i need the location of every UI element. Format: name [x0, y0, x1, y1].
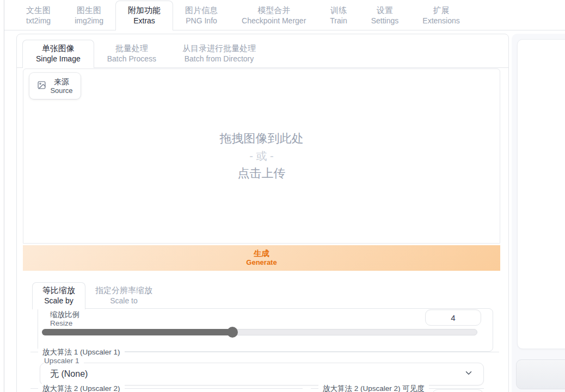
generate-label-en: Generate [246, 258, 277, 267]
scale-tabs: 等比缩放 Scale by 指定分辨率缩放 Scale to [32, 282, 162, 309]
dropzone-line-drag: 拖拽图像到此处 [220, 129, 304, 148]
resize-label-en: Resize [50, 319, 79, 328]
tab-img2img[interactable]: 图生图 img2img [63, 1, 115, 30]
dropzone-hints: 拖拽图像到此处 - 或 - 点击上传 [220, 129, 304, 183]
tab-label-zh: 图片信息 [185, 5, 218, 16]
dropzone-line-click: 点击上传 [220, 164, 304, 183]
subtab-label-en: Batch from Directory [182, 54, 256, 64]
upscaler2-label-zh: 放大算法 2 (Upscaler 2) [38, 384, 125, 392]
tab-label-en: Settings [371, 16, 399, 26]
source-tab[interactable]: 来源 Source [29, 73, 81, 99]
resize-value-input[interactable] [425, 309, 481, 326]
image-upload-dropzone[interactable]: 来源 Source 拖拽图像到此处 - 或 - 点击上传 [23, 69, 500, 244]
scaletab-label-zh: 指定分辨率缩放 [95, 285, 152, 296]
tab-train[interactable]: 训练 Train [318, 1, 359, 30]
image-icon [37, 80, 46, 92]
tab-label-zh: 附加功能 [128, 5, 161, 16]
tab-scale-by[interactable]: 等比缩放 Scale by [32, 282, 85, 309]
tab-label-zh: 文生图 [26, 5, 51, 16]
extras-panel: 单张图像 Single Image 批量处理 Batch Process 从目录… [16, 34, 509, 392]
generate-label-zh: 生成 [254, 249, 269, 258]
chevron-down-icon [464, 368, 474, 380]
tab-extras[interactable]: 附加功能 Extras [115, 1, 173, 30]
subtab-label-en: Single Image [36, 54, 81, 64]
tab-label-en: Extensions [422, 16, 459, 26]
upscaler1-section: 放大算法 1 (Upscaler 1) [30, 352, 499, 352]
tab-label-zh: 扩展 [422, 5, 459, 16]
tab-extensions[interactable]: 扩展 Extensions [410, 1, 471, 30]
subtab-batch-from-directory[interactable]: 从目录进行批量处理 Batch from Directory [169, 40, 269, 67]
tab-label-en: Train [330, 16, 347, 26]
scaletab-label-en: Scale by [42, 296, 75, 306]
source-label-zh: 来源 [50, 77, 72, 86]
subtab-single-image[interactable]: 单张图像 Single Image [22, 40, 94, 68]
subtab-batch-process[interactable]: 批量处理 Batch Process [94, 40, 169, 67]
resize-label-zh: 缩放比例 [50, 310, 79, 319]
upscaler1-label-zh: 放大算法 1 (Upscaler 1) [38, 347, 125, 357]
subtab-label-en: Batch Process [107, 54, 156, 64]
upscaler1-dropdown[interactable]: 无 (None) [40, 363, 484, 385]
tab-label-zh: 图生图 [75, 5, 103, 16]
scaletab-label-zh: 等比缩放 [42, 285, 75, 296]
tab-label-en: img2img [75, 16, 103, 26]
upscaler2-visibility-section: 放大算法 2 (Upscaler 2) 可见度 [311, 388, 484, 389]
subtab-label-zh: 单张图像 [36, 43, 81, 54]
tab-label-zh: 训练 [330, 5, 347, 16]
top-nav: 文生图 txt2img 图生图 img2img 附加功能 Extras 图片信息… [4, 0, 565, 30]
tab-label-en: PNG Info [185, 16, 218, 26]
upscaler2-visibility-input[interactable] [432, 389, 483, 392]
tab-label-en: Extras [128, 16, 161, 26]
tab-png-info[interactable]: 图片信息 PNG Info [173, 1, 230, 30]
resize-slider[interactable] [42, 329, 477, 335]
results-actions-box[interactable] [516, 359, 565, 389]
resize-label: 缩放比例 Resize [50, 310, 79, 328]
tab-checkpoint-merger[interactable]: 模型合并 Checkpoint Merger [230, 1, 318, 30]
extras-subtabs: 单张图像 Single Image 批量处理 Batch Process 从目录… [17, 38, 508, 68]
tab-label-zh: 模型合并 [242, 5, 306, 16]
tab-label-en: txt2img [26, 16, 51, 26]
upscaler2-visibility-label-zh: 放大算法 2 (Upscaler 2) 可见度 [318, 384, 429, 392]
window-edge-divider [4, 0, 4, 392]
tab-label-en: Checkpoint Merger [242, 16, 306, 26]
source-label-en: Source [50, 86, 72, 95]
subtab-label-zh: 从目录进行批量处理 [182, 43, 256, 54]
tab-settings[interactable]: 设置 Settings [359, 1, 411, 30]
tab-txt2img[interactable]: 文生图 txt2img [14, 1, 63, 30]
scale-by-panel: 缩放比例 Resize [38, 308, 493, 352]
scaletab-label-en: Scale to [95, 296, 152, 306]
generate-button[interactable]: 生成 Generate [23, 245, 500, 271]
resize-slider-fill [42, 329, 232, 335]
tab-label-zh: 设置 [371, 5, 399, 16]
results-output-panel [517, 39, 565, 349]
dropzone-line-or: - 或 - [220, 148, 304, 164]
upscaler2-section: 放大算法 2 (Upscaler 2) [30, 388, 303, 389]
tab-scale-to[interactable]: 指定分辨率缩放 Scale to [85, 283, 162, 309]
resize-slider-handle[interactable] [227, 327, 238, 338]
upscaler1-selected-value: 无 (None) [50, 369, 464, 380]
upscaler1-label-en: Upscaler 1 [44, 357, 84, 365]
subtab-label-zh: 批量处理 [107, 43, 156, 54]
